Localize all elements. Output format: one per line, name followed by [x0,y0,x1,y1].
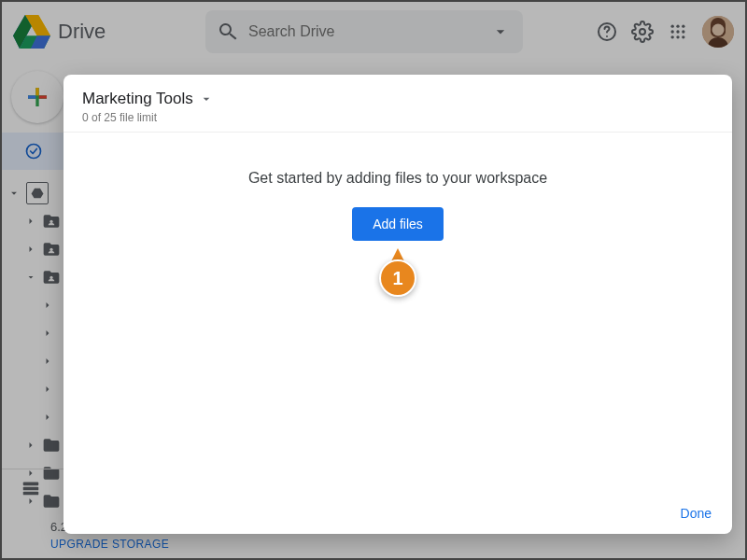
callout-number: 1 [379,259,416,297]
dropdown-icon [199,91,214,106]
done-button[interactable]: Done [681,506,712,521]
empty-state-text: Get started by adding files to your work… [248,170,547,187]
add-files-button[interactable]: Add files [352,207,444,241]
workspace-name: Marketing Tools [82,90,193,108]
workspace-dialog: Marketing Tools 0 of 25 file limit Get s… [63,75,732,534]
workspace-title-dropdown[interactable]: Marketing Tools [82,90,214,108]
tutorial-callout: 1 [379,246,416,295]
file-limit-text: 0 of 25 file limit [82,111,713,124]
